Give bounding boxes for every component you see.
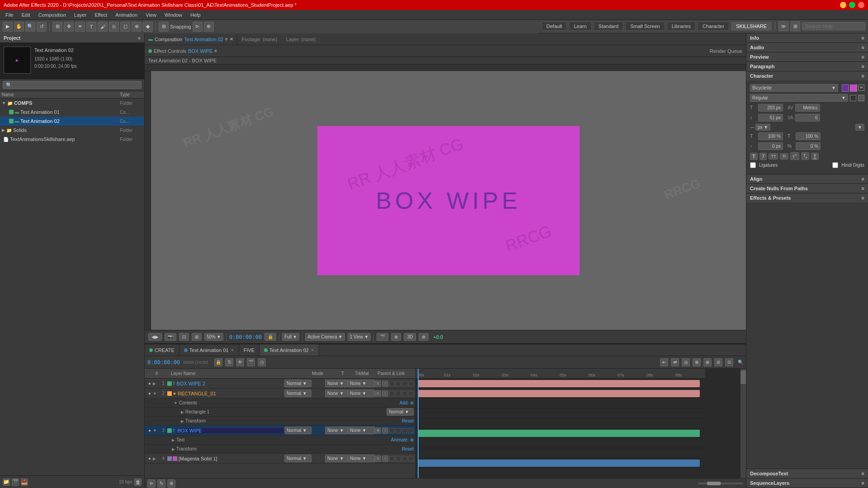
font-family-dropdown[interactable]: Bicyclette ▼ xyxy=(750,84,838,92)
tl-home-btn[interactable]: ⊳ xyxy=(147,479,156,488)
timeline-zoom-slider[interactable] xyxy=(698,483,743,484)
l4-parent[interactable]: None ▼ xyxy=(348,455,375,462)
zoom-slider-thumb[interactable] xyxy=(707,482,721,485)
l4-edit[interactable]: / xyxy=(382,455,388,462)
menu-edit[interactable]: Edit xyxy=(18,11,34,19)
vc-3d[interactable]: 3D xyxy=(404,333,416,341)
baseline-input[interactable] xyxy=(758,142,783,150)
tl-lock-btn[interactable]: 🔒 xyxy=(214,358,222,366)
vc-comp[interactable]: ⊕ xyxy=(391,333,401,341)
tl-track[interactable]: ⊕ xyxy=(693,358,701,366)
tl-solo-btn[interactable]: S xyxy=(225,358,233,366)
ws-tab-skillshare[interactable]: SKILLSHARE xyxy=(731,22,772,31)
l2-cb1[interactable] xyxy=(389,391,395,396)
leading-size-input[interactable] xyxy=(758,114,783,122)
layer-sub-contents[interactable]: ▼ Contents Add: ⊕ xyxy=(145,399,415,408)
layer-row-4[interactable]: ● ▶ 4 [Magenta Solid 1] Normal ▼ None ▼ … xyxy=(145,454,415,464)
menu-effect[interactable]: Effect xyxy=(91,11,111,19)
paragraph-header[interactable]: Paragraph ≡ xyxy=(746,62,868,71)
align-header[interactable]: Align ≡ xyxy=(746,174,868,183)
tool-hand[interactable]: ✋ xyxy=(14,22,24,32)
stroke-color-swatch[interactable] xyxy=(850,84,857,92)
paragraph-icon[interactable]: ≡ xyxy=(862,64,864,69)
camera-dropdown[interactable]: Active Camera ▼ xyxy=(305,333,344,341)
ws-expand[interactable]: ≫ xyxy=(778,21,788,31)
style-btn-allcaps[interactable]: TT xyxy=(769,153,778,160)
vc-lock[interactable]: 🔒 xyxy=(264,333,276,341)
scale-h-input[interactable] xyxy=(758,132,783,140)
tool-rotate[interactable]: ↺ xyxy=(37,22,47,32)
preview-icon[interactable]: ≡ xyxy=(862,54,864,60)
l1-expand[interactable]: ▶ xyxy=(153,381,159,386)
tool-pen[interactable]: ✒ xyxy=(75,22,85,32)
l4-vis[interactable]: ● xyxy=(146,456,153,461)
tool-shape[interactable]: ◆ xyxy=(143,22,153,32)
composition-tab[interactable]: ▬ Composition Text Animation 02 ≡ ✕ xyxy=(145,33,237,45)
resolution-dropdown[interactable]: Full ▼ xyxy=(282,333,299,341)
l3-parent[interactable]: None ▼ xyxy=(348,427,375,434)
vc-safe-zone[interactable]: ⊡ xyxy=(179,333,189,341)
tl-extra1[interactable]: ⊗ xyxy=(703,358,712,366)
tool-extra2[interactable]: ⊕ xyxy=(204,22,214,32)
tool-brush[interactable]: 🖌 xyxy=(98,22,108,32)
tool-puppet[interactable]: ⊕ xyxy=(132,22,142,32)
menu-file[interactable]: File xyxy=(2,11,17,19)
track-1[interactable] xyxy=(416,379,705,389)
l4-solo[interactable]: S xyxy=(375,455,381,462)
tl-loop-btn[interactable]: ↻ xyxy=(157,479,165,488)
timeline-nav-handle[interactable] xyxy=(741,369,746,478)
l3-cb1[interactable] xyxy=(389,428,395,433)
l1-cb2[interactable] xyxy=(396,381,401,386)
playhead[interactable] xyxy=(418,369,419,478)
l4-cb2[interactable] xyxy=(396,456,401,461)
style-btn-bold[interactable]: T xyxy=(750,153,758,160)
menu-composition[interactable]: Composition xyxy=(35,11,70,19)
reset1-btn[interactable]: Reset xyxy=(402,418,414,423)
menu-window[interactable]: Window xyxy=(161,11,186,19)
tl-nav-in[interactable]: ⇤ xyxy=(660,358,668,366)
style-btn-underline[interactable]: T xyxy=(811,153,819,160)
tl-tab-ta02[interactable]: Text Animation 02 ✕ xyxy=(259,344,319,356)
tl-extra3[interactable]: ⊙ xyxy=(725,358,733,366)
menu-layer[interactable]: Layer xyxy=(71,11,90,19)
ws-tab-character[interactable]: Character xyxy=(698,22,729,31)
character-header[interactable]: Character ≡ xyxy=(746,71,868,80)
ws-tab-learn[interactable]: Learn xyxy=(569,22,591,31)
style-btn-smallcaps[interactable]: Tr xyxy=(780,153,788,160)
tree-item-project[interactable]: 📄 TextAnimationsSkillshare.aep Folder xyxy=(0,135,144,144)
l3-solo[interactable]: ⊕ xyxy=(375,427,381,434)
comp-tab-menu[interactable]: ≡ xyxy=(225,37,228,42)
l4-cb1[interactable] xyxy=(389,456,395,461)
tl-fps-btn[interactable]: 🎬 xyxy=(247,358,255,366)
close-button[interactable] xyxy=(858,2,864,8)
preview-header[interactable]: Preview ≡ xyxy=(746,52,868,61)
l3-expand[interactable]: ▼ xyxy=(153,428,159,433)
audio-icon[interactable]: ≡ xyxy=(862,45,864,50)
l1-cb4[interactable] xyxy=(408,381,414,386)
l4-cb3[interactable] xyxy=(402,456,407,461)
ws-tab-libraries[interactable]: Libraries xyxy=(667,22,696,31)
tool-clone[interactable]: ⎘ xyxy=(109,22,119,32)
l3-edit[interactable]: / xyxy=(382,427,388,434)
l3-vis[interactable]: ● xyxy=(146,428,153,433)
track-3[interactable] xyxy=(416,428,705,438)
tl-draft-btn[interactable]: ◷ xyxy=(258,358,266,366)
tool-select[interactable]: ▶ xyxy=(3,22,13,32)
vc-grid[interactable]: ⊞ xyxy=(192,333,202,341)
l3-cb4[interactable] xyxy=(408,428,414,433)
layer-sub-transform1[interactable]: ▶ Transform Reset xyxy=(145,417,415,426)
l2-vis[interactable]: ● xyxy=(146,391,153,396)
vc-snapshot[interactable]: 📷 xyxy=(165,333,176,341)
l2-parent[interactable]: None ▼ xyxy=(348,389,375,397)
l3-trkmat[interactable]: None ▼ xyxy=(325,427,348,434)
tool-zoom[interactable]: 🔍 xyxy=(25,22,35,32)
tree-item-comps[interactable]: ▼ 📁 COMPS Folder xyxy=(0,99,144,108)
l1-mode[interactable]: Normal ▼ xyxy=(284,380,311,387)
style-btn-sup[interactable]: TT xyxy=(790,152,799,160)
vc-play-region[interactable]: ◀▶ xyxy=(148,333,162,341)
l4-trkmat[interactable]: None ▼ xyxy=(325,455,348,462)
l3-mode[interactable]: Normal ▼ xyxy=(284,427,311,434)
layer-sub-rect1[interactable]: ▶ Rectangle 1 Normal ▼ xyxy=(145,408,415,417)
layer-row-3[interactable]: ● ▼ 3 T BOX WIPE Normal ▼ None ▼ None ▼ … xyxy=(145,426,415,436)
swap-colors-btn[interactable]: ⇄ xyxy=(858,84,864,91)
